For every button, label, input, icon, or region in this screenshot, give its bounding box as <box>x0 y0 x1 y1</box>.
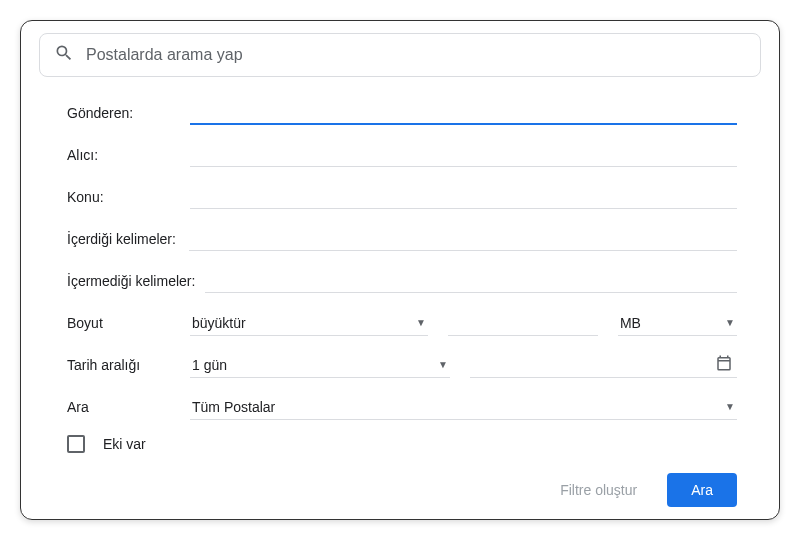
has-attachment-label: Eki var <box>103 436 146 452</box>
contains-input[interactable] <box>189 227 737 251</box>
search-in-select[interactable]: Tüm Postalar ▼ <box>190 394 737 420</box>
search-in-label: Ara <box>67 399 190 415</box>
contains-row: İçerdiği kelimeler: <box>67 225 737 253</box>
search-button[interactable]: Ara <box>667 473 737 507</box>
not-contains-row: İçermediği kelimeler: <box>67 267 737 295</box>
from-row: Gönderen: <box>67 99 737 127</box>
from-input[interactable] <box>190 101 737 125</box>
search-input[interactable] <box>86 46 746 64</box>
create-filter-button[interactable]: Filtre oluştur <box>550 474 647 506</box>
has-attachment-checkbox[interactable] <box>67 435 85 453</box>
advanced-search-form: Gönderen: Alıcı: Konu: İçerdiği kelimele… <box>39 77 761 521</box>
not-contains-label: İçermediği kelimeler: <box>67 273 195 289</box>
actions-bar: Filtre oluştur Ara <box>67 473 737 507</box>
size-row: Boyut büyüktür ▼ MB ▼ <box>67 309 737 337</box>
date-row: Tarih aralığı 1 gün ▼ <box>67 351 737 379</box>
date-range-value: 1 gün <box>192 357 227 373</box>
search-dialog: Gönderen: Alıcı: Konu: İçerdiği kelimele… <box>20 20 780 520</box>
date-picker-field[interactable] <box>470 352 737 378</box>
chevron-down-icon: ▼ <box>416 317 426 328</box>
date-label: Tarih aralığı <box>67 357 190 373</box>
subject-input[interactable] <box>190 185 737 209</box>
subject-label: Konu: <box>67 189 190 205</box>
size-value-input[interactable] <box>448 310 598 336</box>
has-attachment-row: Eki var <box>67 435 737 453</box>
date-range-select[interactable]: 1 gün ▼ <box>190 352 450 378</box>
calendar-icon <box>715 354 733 376</box>
to-row: Alıcı: <box>67 141 737 169</box>
size-comparator-select[interactable]: büyüktür ▼ <box>190 310 428 336</box>
not-contains-input[interactable] <box>205 269 737 293</box>
size-unit-value: MB <box>620 315 641 331</box>
chevron-down-icon: ▼ <box>725 317 735 328</box>
to-label: Alıcı: <box>67 147 190 163</box>
contains-label: İçerdiği kelimeler: <box>67 231 176 247</box>
size-unit-select[interactable]: MB ▼ <box>618 310 737 336</box>
search-bar[interactable] <box>39 33 761 77</box>
search-in-row: Ara Tüm Postalar ▼ <box>67 393 737 421</box>
search-in-value: Tüm Postalar <box>192 399 275 415</box>
chevron-down-icon: ▼ <box>438 359 448 370</box>
from-label: Gönderen: <box>67 105 190 121</box>
chevron-down-icon: ▼ <box>725 401 735 412</box>
to-input[interactable] <box>190 143 737 167</box>
size-label: Boyut <box>67 315 190 331</box>
search-icon <box>54 43 86 67</box>
size-comparator-value: büyüktür <box>192 315 246 331</box>
subject-row: Konu: <box>67 183 737 211</box>
